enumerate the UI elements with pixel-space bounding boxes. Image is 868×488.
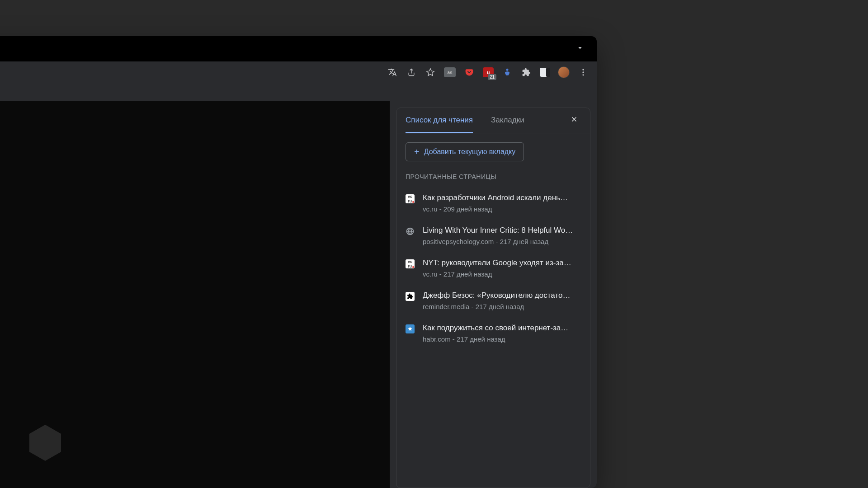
side-panel-body: + Добавить текущую вкладку ПРОЧИТАННЫЕ С… bbox=[396, 133, 590, 358]
reading-list-item[interactable]: vcru NYT: руководители Google уходят из-… bbox=[406, 252, 581, 284]
item-subtitle: habr.com - 217 дней назад bbox=[423, 335, 581, 343]
favicon-puzzle-icon bbox=[406, 292, 415, 301]
watermark-logo bbox=[23, 420, 68, 465]
toolbar: as u 21 bbox=[0, 61, 597, 83]
add-button-label: Добавить текущую вкладку bbox=[424, 148, 516, 156]
lastfm-extension-icon[interactable]: as bbox=[444, 67, 456, 77]
bookmarks-bar: W ⬡ 🔥 bbox=[0, 83, 597, 101]
reading-list-item[interactable]: Как подружиться со своей интернет-за… ha… bbox=[406, 317, 581, 349]
extensions-icon[interactable] bbox=[521, 67, 532, 78]
tab-search-button[interactable] bbox=[572, 40, 588, 57]
translate-icon[interactable] bbox=[387, 67, 398, 78]
page-viewport bbox=[0, 101, 390, 488]
read-pages-section-label: ПРОЧИТАННЫЕ СТРАНИЦЫ bbox=[406, 173, 581, 180]
share-icon[interactable] bbox=[406, 67, 417, 78]
item-subtitle: vc.ru - 209 дней назад bbox=[423, 205, 581, 213]
tab-bookmarks[interactable]: Закладки bbox=[491, 108, 524, 133]
ublock-badge: 21 bbox=[488, 74, 496, 80]
favicon-vc-icon: vcru bbox=[406, 259, 415, 268]
item-title: Джефф Безос: «Руководителю достато… bbox=[423, 291, 581, 301]
close-panel-button[interactable] bbox=[567, 113, 581, 128]
item-title: Living With Your Inner Critic: 8 Helpful… bbox=[423, 225, 581, 236]
svg-point-0 bbox=[582, 69, 584, 70]
tab-bar bbox=[0, 36, 597, 61]
content-area: Список для чтения Закладки + Добавить те… bbox=[0, 101, 597, 488]
item-subtitle: reminder.media - 217 дней назад bbox=[423, 303, 581, 310]
svg-point-1 bbox=[582, 71, 584, 73]
reading-list-item[interactable]: Living With Your Inner Critic: 8 Helpful… bbox=[406, 219, 581, 252]
side-panel-tabs: Список для чтения Закладки bbox=[396, 108, 590, 133]
item-title: Как разработчики Android искали день… bbox=[423, 193, 581, 203]
profile-avatar[interactable] bbox=[558, 66, 570, 78]
reading-list-item[interactable]: vcru Как разработчики Android искали ден… bbox=[406, 187, 581, 219]
person-extension-icon[interactable] bbox=[502, 67, 513, 78]
plus-icon: + bbox=[414, 147, 420, 156]
ublock-extension-icon[interactable]: u 21 bbox=[483, 67, 494, 77]
favicon-vc-icon: vcru bbox=[406, 194, 415, 203]
side-panel: Список для чтения Закладки + Добавить те… bbox=[396, 108, 590, 488]
tab-reading-list[interactable]: Список для чтения bbox=[406, 108, 473, 133]
pocket-extension-icon[interactable] bbox=[464, 67, 475, 78]
kebab-menu-icon[interactable] bbox=[578, 67, 589, 78]
add-current-tab-button[interactable]: + Добавить текущую вкладку bbox=[406, 142, 524, 161]
item-subtitle: positivepsychology.com - 217 дней назад bbox=[423, 238, 581, 245]
side-panel-toggle-icon[interactable] bbox=[540, 68, 550, 77]
item-title: Как подружиться со своей интернет-за… bbox=[423, 323, 581, 333]
favicon-globe-icon bbox=[406, 227, 415, 236]
browser-window: as u 21 W ⬡ 🔥 bbox=[0, 36, 597, 488]
reading-list-item[interactable]: Джефф Безос: «Руководителю достато… remi… bbox=[406, 284, 581, 317]
favicon-habr-icon bbox=[406, 324, 415, 333]
item-subtitle: vc.ru - 217 дней назад bbox=[423, 270, 581, 278]
item-title: NYT: руководители Google уходят из-за… bbox=[423, 258, 581, 268]
svg-point-2 bbox=[582, 74, 584, 75]
star-icon[interactable] bbox=[425, 67, 436, 78]
